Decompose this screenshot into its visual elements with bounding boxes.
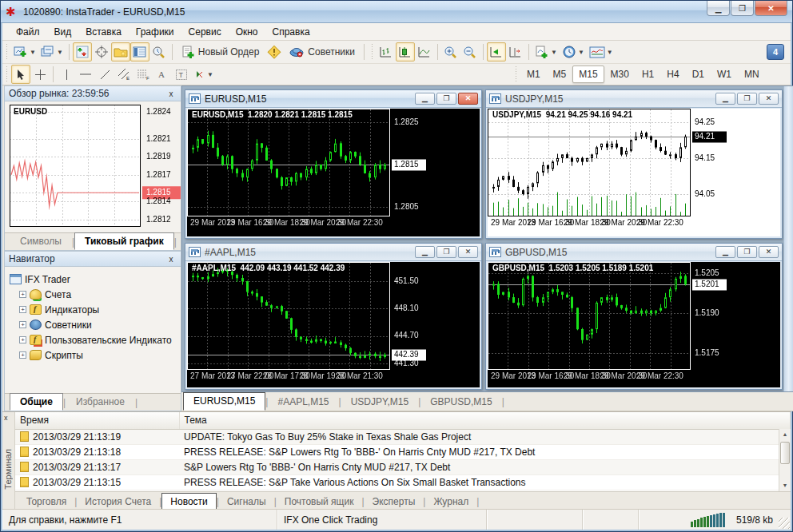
scroll-up-icon[interactable]: ▲ xyxy=(779,429,791,440)
minimize-button[interactable]: ▁ xyxy=(415,246,435,258)
tab-Общие[interactable]: Общие xyxy=(10,393,63,411)
terminal-tab-Эксперты[interactable]: Эксперты xyxy=(365,494,424,510)
timeframe-H1[interactable]: H1 xyxy=(636,66,660,83)
chart-window-titlebar[interactable]: GBPUSD,M15 ▁ ❐ ✕ xyxy=(486,244,782,261)
candlestick-chart[interactable] xyxy=(187,262,427,382)
tick-chart[interactable] xyxy=(5,101,181,232)
close-button[interactable]: ✕ xyxy=(755,1,787,16)
equidistant-channel-tool[interactable]: E xyxy=(114,65,133,84)
chart-window-aapl[interactable]: #AAPL,M15 ▁ ❐ ✕ xyxy=(185,243,482,390)
toolbar-grip[interactable] xyxy=(514,66,518,82)
candlestick-chart[interactable] xyxy=(488,109,727,228)
indicators-button[interactable]: ▼ xyxy=(532,42,560,62)
chart-shift-button[interactable] xyxy=(506,42,525,62)
auto-scroll-button[interactable] xyxy=(487,42,506,62)
navigator-item-Счета[interactable]: +Счета xyxy=(10,287,179,302)
news-scrollbar[interactable]: ▲ ▼ xyxy=(779,429,791,491)
tab-Тиковый график[interactable]: Тиковый график xyxy=(74,232,174,250)
table-row[interactable]: 2013/03/29 21:13:18PRESS RELEASE: S&P Lo… xyxy=(15,444,791,459)
chart-window-eurusd[interactable]: EURUSD,M15 ▁ ❐ ✕ xyxy=(185,89,482,239)
timeframe-M5[interactable]: M5 xyxy=(547,66,573,83)
crosshair-data-button[interactable] xyxy=(92,42,111,62)
expand-icon[interactable]: + xyxy=(19,336,26,343)
toolbar-grip[interactable] xyxy=(370,44,374,60)
close-icon[interactable]: x xyxy=(4,414,8,422)
candlestick-chart[interactable] xyxy=(488,262,727,382)
expand-icon[interactable]: + xyxy=(19,351,26,359)
text-label-tool[interactable]: T xyxy=(172,65,191,84)
terminal-tab-Почтовый ящик[interactable]: Почтовый ящик xyxy=(277,494,362,510)
restore-button[interactable]: ❐ xyxy=(737,93,757,105)
restore-button[interactable]: ❐ xyxy=(737,246,757,258)
timeframe-MN[interactable]: MN xyxy=(738,66,766,83)
chart-window-titlebar[interactable]: #AAPL,M15 ▁ ❐ ✕ xyxy=(185,244,481,261)
scroll-down-icon[interactable]: ▼ xyxy=(779,480,791,491)
timeframe-W1[interactable]: W1 xyxy=(711,66,738,83)
menu-item-Графики[interactable]: Графики xyxy=(129,25,181,39)
zoom-in-button[interactable] xyxy=(441,42,460,62)
expand-icon[interactable]: + xyxy=(19,306,26,313)
minimize-button[interactable]: ▁ xyxy=(415,93,435,105)
navigator-item-Пользовательские Индикато[interactable]: +fПользовательские Индикато xyxy=(10,332,179,347)
navigator-toggle[interactable] xyxy=(111,42,130,62)
restore-button[interactable]: ❐ xyxy=(436,93,456,105)
status-one-click-trading[interactable]: IFX One Click Trading xyxy=(277,510,487,530)
fibonacci-tool[interactable]: F xyxy=(133,65,153,84)
close-button[interactable]: ✕ xyxy=(759,93,779,105)
crosshair-tool-button[interactable] xyxy=(30,65,50,84)
chart-tab-#AAPL,M15[interactable]: #AAPL,M15 xyxy=(268,394,338,411)
market-watch-header[interactable]: Обзор рынка: 23:59:56 x xyxy=(5,86,181,101)
minimize-button[interactable]: ▁ xyxy=(715,246,735,258)
restore-button[interactable]: ❐ xyxy=(731,1,754,16)
scrollbar-thumb[interactable] xyxy=(780,442,790,464)
close-button[interactable]: ✕ xyxy=(458,246,478,258)
chart-window-gbpusd[interactable]: GBPUSD,M15 ▁ ❐ ✕ xyxy=(485,243,783,390)
candlestick-chart[interactable] xyxy=(187,109,427,228)
tab-Избранное[interactable]: Избранное xyxy=(66,393,135,411)
close-button[interactable]: ✕ xyxy=(458,93,478,105)
close-icon[interactable]: x xyxy=(165,89,177,98)
menu-item-Файл[interactable]: Файл xyxy=(9,25,47,39)
terminal-toggle[interactable] xyxy=(130,42,149,62)
periods-button[interactable]: ▼ xyxy=(560,42,587,62)
new-chart-button[interactable]: ▼ xyxy=(11,42,38,62)
close-button[interactable]: ✕ xyxy=(759,246,779,258)
terminal-tab-Журнал[interactable]: Журнал xyxy=(425,494,476,510)
expand-icon[interactable]: + xyxy=(19,291,26,298)
navigator-header[interactable]: Навигатор x xyxy=(5,252,181,267)
timeframe-M30[interactable]: M30 xyxy=(604,66,636,83)
navigator-item-Советники[interactable]: +Советники xyxy=(10,317,179,332)
timeframe-M15[interactable]: M15 xyxy=(572,66,604,83)
line-chart-button[interactable] xyxy=(415,42,434,62)
close-icon[interactable]: x xyxy=(165,255,177,264)
restore-button[interactable]: ❐ xyxy=(436,246,456,258)
chart-window-usdjpy[interactable]: USDJPY,M15 ▁ ❐ ✕ xyxy=(485,89,783,239)
templates-button[interactable]: ▼ xyxy=(587,42,616,62)
resize-grip[interactable] xyxy=(779,518,790,529)
minimize-button[interactable]: ▁ xyxy=(707,1,730,16)
chart-tab-GBPUSD,M15[interactable]: GBPUSD,M15 xyxy=(420,394,501,411)
cursor-tool-button[interactable] xyxy=(11,65,30,84)
navigator-item-Индикаторы[interactable]: +fИндикаторы xyxy=(10,302,179,317)
news-col-topic[interactable]: Тема xyxy=(179,412,791,429)
mdi-scrollbar[interactable] xyxy=(783,86,793,391)
messages-badge-button[interactable]: 4 xyxy=(767,44,784,60)
alerts-icon[interactable] xyxy=(265,42,284,62)
terminal-tab-Торговля[interactable]: Торговля xyxy=(18,494,74,510)
menu-item-Сервис[interactable]: Сервис xyxy=(181,25,229,39)
expand-icon[interactable]: + xyxy=(19,321,26,328)
chart-window-titlebar[interactable]: USDJPY,M15 ▁ ❐ ✕ xyxy=(486,90,782,108)
chart-window-titlebar[interactable]: EURUSD,M15 ▁ ❐ ✕ xyxy=(185,90,481,108)
terminal-tab-История Счета[interactable]: История Счета xyxy=(77,494,159,510)
timeframe-H4[interactable]: H4 xyxy=(660,66,685,83)
menu-item-Окно[interactable]: Окно xyxy=(229,25,265,39)
trendline-tool[interactable] xyxy=(95,65,114,84)
menu-item-Вид[interactable]: Вид xyxy=(47,25,79,39)
bar-chart-button[interactable] xyxy=(377,42,396,62)
table-row[interactable]: 2013/03/29 21:13:17S&P Lowers Rtg To 'BB… xyxy=(15,459,791,474)
text-tool[interactable]: A xyxy=(153,65,172,84)
arrows-tool-button[interactable]: ▼ xyxy=(191,65,216,84)
chart-tab-USDJPY,M15[interactable]: USDJPY,M15 xyxy=(341,394,418,411)
market-watch-toggle[interactable] xyxy=(73,42,92,62)
menu-item-Вставка[interactable]: Вставка xyxy=(78,25,129,39)
